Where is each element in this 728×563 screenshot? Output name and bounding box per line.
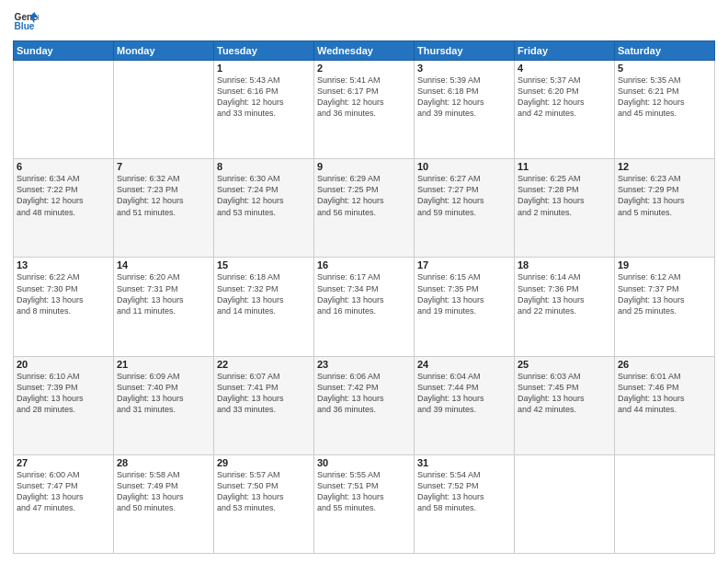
calendar-cell: 14Sunrise: 6:20 AMSunset: 7:31 PMDayligh… (114, 258, 214, 356)
day-info: Sunrise: 6:04 AMSunset: 7:44 PMDaylight:… (417, 371, 511, 416)
calendar-cell: 26Sunrise: 6:01 AMSunset: 7:46 PMDayligh… (615, 356, 715, 454)
logo: General Blue (13, 9, 39, 35)
day-number: 2 (317, 63, 411, 74)
day-info: Sunrise: 6:20 AMSunset: 7:31 PMDaylight:… (117, 271, 210, 316)
weekday-row: SundayMondayTuesdayWednesdayThursdayFrid… (14, 41, 715, 61)
calendar-body: 1Sunrise: 5:43 AMSunset: 6:16 PMDaylight… (14, 61, 715, 554)
calendar-cell: 20Sunrise: 6:10 AMSunset: 7:39 PMDayligh… (14, 356, 114, 454)
calendar-cell: 2Sunrise: 5:41 AMSunset: 6:17 PMDaylight… (314, 61, 415, 159)
calendar-week-row: 1Sunrise: 5:43 AMSunset: 6:16 PMDaylight… (14, 61, 715, 159)
day-info: Sunrise: 6:32 AMSunset: 7:23 PMDaylight:… (117, 173, 210, 218)
day-number: 26 (618, 359, 711, 370)
calendar-week-row: 13Sunrise: 6:22 AMSunset: 7:30 PMDayligh… (14, 258, 715, 356)
day-number: 3 (417, 63, 511, 74)
day-number: 23 (317, 359, 411, 370)
calendar-cell: 11Sunrise: 6:25 AMSunset: 7:28 PMDayligh… (515, 159, 615, 258)
day-number: 16 (317, 259, 411, 270)
calendar-cell: 16Sunrise: 6:17 AMSunset: 7:34 PMDayligh… (314, 258, 415, 356)
calendar-week-row: 27Sunrise: 6:00 AMSunset: 7:47 PMDayligh… (14, 454, 715, 553)
day-info: Sunrise: 6:01 AMSunset: 7:46 PMDaylight:… (618, 371, 711, 416)
day-info: Sunrise: 6:29 AMSunset: 7:25 PMDaylight:… (317, 173, 411, 218)
day-info: Sunrise: 5:37 AMSunset: 6:20 PMDaylight:… (518, 75, 611, 120)
calendar-cell: 30Sunrise: 5:55 AMSunset: 7:51 PMDayligh… (314, 454, 415, 553)
day-info: Sunrise: 6:09 AMSunset: 7:40 PMDaylight:… (117, 371, 210, 416)
day-info: Sunrise: 6:10 AMSunset: 7:39 PMDaylight:… (17, 371, 110, 416)
header: General Blue (13, 9, 715, 35)
day-info: Sunrise: 6:07 AMSunset: 7:41 PMDaylight:… (217, 371, 311, 416)
day-number: 19 (618, 259, 711, 270)
calendar-table: SundayMondayTuesdayWednesdayThursdayFrid… (13, 40, 715, 554)
weekday-header: Sunday (14, 41, 114, 61)
page: General Blue SundayMondayTuesdayWednesda… (0, 0, 728, 563)
weekday-header: Monday (114, 41, 214, 61)
day-info: Sunrise: 5:54 AMSunset: 7:52 PMDaylight:… (417, 469, 511, 514)
logo-icon: General Blue (13, 9, 39, 35)
calendar-cell (14, 61, 114, 159)
calendar-cell: 27Sunrise: 6:00 AMSunset: 7:47 PMDayligh… (14, 454, 114, 553)
day-info: Sunrise: 5:43 AMSunset: 6:16 PMDaylight:… (217, 75, 311, 120)
day-info: Sunrise: 6:17 AMSunset: 7:34 PMDaylight:… (317, 271, 411, 316)
day-number: 14 (117, 259, 210, 270)
day-number: 7 (117, 161, 210, 172)
day-info: Sunrise: 6:03 AMSunset: 7:45 PMDaylight:… (518, 371, 611, 416)
calendar-week-row: 6Sunrise: 6:34 AMSunset: 7:22 PMDaylight… (14, 159, 715, 258)
weekday-header: Thursday (415, 41, 515, 61)
svg-text:Blue: Blue (15, 21, 35, 31)
day-number: 22 (217, 359, 311, 370)
day-number: 9 (317, 161, 411, 172)
calendar-cell: 7Sunrise: 6:32 AMSunset: 7:23 PMDaylight… (114, 159, 214, 258)
calendar-cell: 19Sunrise: 6:12 AMSunset: 7:37 PMDayligh… (615, 258, 715, 356)
weekday-header: Friday (515, 41, 615, 61)
day-number: 21 (117, 359, 210, 370)
day-number: 31 (417, 457, 511, 468)
day-info: Sunrise: 6:27 AMSunset: 7:27 PMDaylight:… (417, 173, 511, 218)
day-info: Sunrise: 6:30 AMSunset: 7:24 PMDaylight:… (217, 173, 311, 218)
day-number: 17 (417, 259, 511, 270)
calendar-cell: 28Sunrise: 5:58 AMSunset: 7:49 PMDayligh… (114, 454, 214, 553)
calendar-cell: 22Sunrise: 6:07 AMSunset: 7:41 PMDayligh… (214, 356, 314, 454)
day-info: Sunrise: 5:41 AMSunset: 6:17 PMDaylight:… (317, 75, 411, 120)
day-info: Sunrise: 6:18 AMSunset: 7:32 PMDaylight:… (217, 271, 311, 316)
day-number: 10 (417, 161, 511, 172)
calendar-cell: 29Sunrise: 5:57 AMSunset: 7:50 PMDayligh… (214, 454, 314, 553)
day-number: 27 (17, 457, 110, 468)
day-number: 24 (417, 359, 511, 370)
calendar-cell: 25Sunrise: 6:03 AMSunset: 7:45 PMDayligh… (515, 356, 615, 454)
day-number: 11 (518, 161, 611, 172)
calendar-cell (615, 454, 715, 553)
day-number: 15 (217, 259, 311, 270)
calendar-cell: 3Sunrise: 5:39 AMSunset: 6:18 PMDaylight… (415, 61, 515, 159)
calendar-cell: 31Sunrise: 5:54 AMSunset: 7:52 PMDayligh… (415, 454, 515, 553)
calendar-cell: 18Sunrise: 6:14 AMSunset: 7:36 PMDayligh… (515, 258, 615, 356)
day-number: 29 (217, 457, 311, 468)
calendar-cell: 17Sunrise: 6:15 AMSunset: 7:35 PMDayligh… (415, 258, 515, 356)
day-info: Sunrise: 6:25 AMSunset: 7:28 PMDaylight:… (518, 173, 611, 218)
day-number: 12 (618, 161, 711, 172)
day-info: Sunrise: 5:57 AMSunset: 7:50 PMDaylight:… (217, 469, 311, 514)
calendar-cell: 9Sunrise: 6:29 AMSunset: 7:25 PMDaylight… (314, 159, 415, 258)
day-number: 18 (518, 259, 611, 270)
day-number: 6 (17, 161, 110, 172)
day-info: Sunrise: 6:14 AMSunset: 7:36 PMDaylight:… (518, 271, 611, 316)
calendar-cell (114, 61, 214, 159)
day-info: Sunrise: 6:06 AMSunset: 7:42 PMDaylight:… (317, 371, 411, 416)
calendar-cell: 23Sunrise: 6:06 AMSunset: 7:42 PMDayligh… (314, 356, 415, 454)
day-info: Sunrise: 6:15 AMSunset: 7:35 PMDaylight:… (417, 271, 511, 316)
calendar-cell: 8Sunrise: 6:30 AMSunset: 7:24 PMDaylight… (214, 159, 314, 258)
day-info: Sunrise: 5:39 AMSunset: 6:18 PMDaylight:… (417, 75, 511, 120)
calendar-cell: 10Sunrise: 6:27 AMSunset: 7:27 PMDayligh… (415, 159, 515, 258)
calendar-cell: 6Sunrise: 6:34 AMSunset: 7:22 PMDaylight… (14, 159, 114, 258)
day-number: 8 (217, 161, 311, 172)
day-info: Sunrise: 5:35 AMSunset: 6:21 PMDaylight:… (618, 75, 711, 120)
calendar-cell: 24Sunrise: 6:04 AMSunset: 7:44 PMDayligh… (415, 356, 515, 454)
calendar-header: SundayMondayTuesdayWednesdayThursdayFrid… (14, 41, 715, 61)
day-number: 4 (518, 63, 611, 74)
day-number: 30 (317, 457, 411, 468)
day-info: Sunrise: 6:12 AMSunset: 7:37 PMDaylight:… (618, 271, 711, 316)
day-number: 28 (117, 457, 210, 468)
calendar-cell: 4Sunrise: 5:37 AMSunset: 6:20 PMDaylight… (515, 61, 615, 159)
calendar-cell (515, 454, 615, 553)
calendar-cell: 21Sunrise: 6:09 AMSunset: 7:40 PMDayligh… (114, 356, 214, 454)
calendar-cell: 5Sunrise: 5:35 AMSunset: 6:21 PMDaylight… (615, 61, 715, 159)
day-info: Sunrise: 6:22 AMSunset: 7:30 PMDaylight:… (17, 271, 110, 316)
